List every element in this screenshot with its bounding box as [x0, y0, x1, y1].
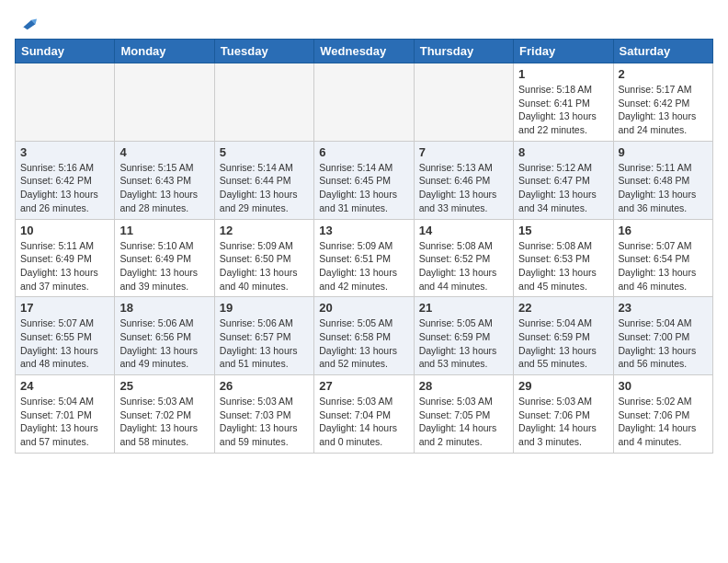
day-info: Sunrise: 5:03 AM Sunset: 7:02 PM Dayligh… [119, 395, 209, 449]
logo [15, 15, 37, 31]
day-info: Sunrise: 5:06 AM Sunset: 6:56 PM Dayligh… [119, 316, 209, 371]
calendar-cell: 4Sunrise: 5:15 AM Sunset: 6:43 PM Daylig… [115, 141, 214, 219]
calendar-cell: 24Sunrise: 5:04 AM Sunset: 7:01 PM Dayli… [16, 375, 115, 454]
calendar-cell: 29Sunrise: 5:03 AM Sunset: 7:06 PM Dayli… [514, 375, 613, 454]
day-number: 27 [319, 379, 408, 393]
day-number: 10 [20, 224, 109, 237]
day-number: 14 [419, 224, 508, 237]
day-number: 26 [220, 379, 309, 393]
calendar-cell: 11Sunrise: 5:10 AM Sunset: 6:49 PM Dayli… [115, 219, 214, 297]
calendar-cell: 2Sunrise: 5:17 AM Sunset: 6:42 PM Daylig… [613, 63, 712, 142]
day-number: 19 [220, 301, 309, 315]
calendar-cell: 27Sunrise: 5:03 AM Sunset: 7:04 PM Dayli… [314, 375, 414, 454]
day-number: 17 [20, 301, 109, 315]
calendar-day-header: Wednesday [314, 40, 414, 63]
calendar-cell: 12Sunrise: 5:09 AM Sunset: 6:50 PM Dayli… [214, 219, 313, 297]
calendar-cell: 22Sunrise: 5:04 AM Sunset: 6:59 PM Dayli… [514, 297, 613, 375]
day-number: 12 [220, 224, 309, 237]
calendar-cell: 8Sunrise: 5:12 AM Sunset: 6:47 PM Daylig… [514, 141, 613, 219]
calendar-cell: 16Sunrise: 5:07 AM Sunset: 6:54 PM Dayli… [613, 219, 712, 297]
calendar-cell: 6Sunrise: 5:14 AM Sunset: 6:45 PM Daylig… [314, 141, 414, 219]
day-info: Sunrise: 5:14 AM Sunset: 6:44 PM Dayligh… [220, 161, 309, 215]
calendar-week-row: 24Sunrise: 5:04 AM Sunset: 7:01 PM Dayli… [16, 375, 713, 454]
calendar-week-row: 10Sunrise: 5:11 AM Sunset: 6:49 PM Dayli… [16, 219, 713, 297]
calendar-cell: 15Sunrise: 5:08 AM Sunset: 6:53 PM Dayli… [514, 219, 613, 297]
day-number: 20 [319, 301, 408, 315]
day-info: Sunrise: 5:05 AM Sunset: 6:58 PM Dayligh… [319, 316, 408, 371]
calendar-day-header: Sunday [16, 40, 115, 63]
day-number: 21 [419, 301, 508, 315]
day-number: 2 [619, 67, 708, 81]
day-number: 13 [319, 224, 408, 237]
calendar-cell [214, 63, 313, 142]
day-info: Sunrise: 5:09 AM Sunset: 6:51 PM Dayligh… [319, 239, 408, 293]
day-info: Sunrise: 5:10 AM Sunset: 6:49 PM Dayligh… [119, 239, 209, 293]
calendar-cell: 26Sunrise: 5:03 AM Sunset: 7:03 PM Dayli… [214, 375, 313, 454]
day-number: 16 [619, 224, 708, 237]
calendar-day-header: Thursday [414, 40, 513, 63]
calendar-cell [16, 63, 115, 142]
day-info: Sunrise: 5:03 AM Sunset: 7:06 PM Dayligh… [518, 395, 608, 449]
calendar-cell: 9Sunrise: 5:11 AM Sunset: 6:48 PM Daylig… [613, 141, 712, 219]
day-number: 3 [20, 145, 109, 159]
day-info: Sunrise: 5:17 AM Sunset: 6:42 PM Dayligh… [619, 83, 708, 137]
day-info: Sunrise: 5:11 AM Sunset: 6:48 PM Dayligh… [619, 161, 708, 215]
calendar-cell: 13Sunrise: 5:09 AM Sunset: 6:51 PM Dayli… [314, 219, 414, 297]
day-info: Sunrise: 5:07 AM Sunset: 6:54 PM Dayligh… [619, 239, 708, 293]
day-number: 22 [518, 301, 608, 315]
calendar-week-row: 17Sunrise: 5:07 AM Sunset: 6:55 PM Dayli… [16, 297, 713, 375]
calendar-day-header: Friday [514, 40, 613, 63]
day-info: Sunrise: 5:08 AM Sunset: 6:52 PM Dayligh… [419, 239, 508, 293]
day-info: Sunrise: 5:04 AM Sunset: 7:00 PM Dayligh… [619, 316, 708, 371]
day-number: 11 [119, 224, 209, 237]
day-number: 7 [419, 145, 508, 159]
calendar-cell: 17Sunrise: 5:07 AM Sunset: 6:55 PM Dayli… [16, 297, 115, 375]
logo-bird-icon [17, 15, 37, 35]
calendar-cell [115, 63, 214, 142]
day-number: 23 [619, 301, 708, 315]
day-info: Sunrise: 5:08 AM Sunset: 6:53 PM Dayligh… [518, 239, 608, 293]
calendar-cell [414, 63, 513, 142]
day-number: 8 [518, 145, 608, 159]
calendar-cell: 19Sunrise: 5:06 AM Sunset: 6:57 PM Dayli… [214, 297, 313, 375]
day-number: 28 [419, 379, 508, 393]
calendar-cell: 10Sunrise: 5:11 AM Sunset: 6:49 PM Dayli… [16, 219, 115, 297]
day-info: Sunrise: 5:09 AM Sunset: 6:50 PM Dayligh… [220, 239, 309, 293]
calendar-cell: 5Sunrise: 5:14 AM Sunset: 6:44 PM Daylig… [214, 141, 313, 219]
calendar-cell: 14Sunrise: 5:08 AM Sunset: 6:52 PM Dayli… [414, 219, 513, 297]
day-info: Sunrise: 5:16 AM Sunset: 6:42 PM Dayligh… [20, 161, 109, 215]
calendar-cell: 18Sunrise: 5:06 AM Sunset: 6:56 PM Dayli… [115, 297, 214, 375]
day-info: Sunrise: 5:05 AM Sunset: 6:59 PM Dayligh… [419, 316, 508, 371]
calendar-day-header: Monday [115, 40, 214, 63]
calendar-cell: 25Sunrise: 5:03 AM Sunset: 7:02 PM Dayli… [115, 375, 214, 454]
calendar-cell: 1Sunrise: 5:18 AM Sunset: 6:41 PM Daylig… [514, 63, 613, 142]
day-info: Sunrise: 5:11 AM Sunset: 6:49 PM Dayligh… [20, 239, 109, 293]
day-number: 6 [319, 145, 408, 159]
calendar-cell [314, 63, 414, 142]
calendar-header-row: SundayMondayTuesdayWednesdayThursdayFrid… [16, 40, 713, 63]
day-info: Sunrise: 5:03 AM Sunset: 7:05 PM Dayligh… [419, 395, 508, 449]
day-info: Sunrise: 5:04 AM Sunset: 6:59 PM Dayligh… [518, 316, 608, 371]
calendar-cell: 20Sunrise: 5:05 AM Sunset: 6:58 PM Dayli… [314, 297, 414, 375]
calendar-cell: 3Sunrise: 5:16 AM Sunset: 6:42 PM Daylig… [16, 141, 115, 219]
day-info: Sunrise: 5:13 AM Sunset: 6:46 PM Dayligh… [419, 161, 508, 215]
day-number: 5 [220, 145, 309, 159]
calendar-cell: 28Sunrise: 5:03 AM Sunset: 7:05 PM Dayli… [414, 375, 513, 454]
day-number: 24 [20, 379, 109, 393]
day-info: Sunrise: 5:04 AM Sunset: 7:01 PM Dayligh… [20, 395, 109, 449]
day-number: 25 [119, 379, 209, 393]
day-info: Sunrise: 5:02 AM Sunset: 7:06 PM Dayligh… [619, 395, 708, 449]
day-number: 1 [518, 67, 608, 81]
day-info: Sunrise: 5:15 AM Sunset: 6:43 PM Dayligh… [119, 161, 209, 215]
day-info: Sunrise: 5:14 AM Sunset: 6:45 PM Dayligh… [319, 161, 408, 215]
day-info: Sunrise: 5:06 AM Sunset: 6:57 PM Dayligh… [220, 316, 309, 371]
calendar-cell: 7Sunrise: 5:13 AM Sunset: 6:46 PM Daylig… [414, 141, 513, 219]
day-number: 29 [518, 379, 608, 393]
calendar-cell: 23Sunrise: 5:04 AM Sunset: 7:00 PM Dayli… [613, 297, 712, 375]
calendar-week-row: 1Sunrise: 5:18 AM Sunset: 6:41 PM Daylig… [16, 63, 713, 142]
calendar-day-header: Tuesday [214, 40, 313, 63]
calendar-cell: 21Sunrise: 5:05 AM Sunset: 6:59 PM Dayli… [414, 297, 513, 375]
day-number: 4 [119, 145, 209, 159]
day-number: 15 [518, 224, 608, 237]
day-number: 18 [119, 301, 209, 315]
